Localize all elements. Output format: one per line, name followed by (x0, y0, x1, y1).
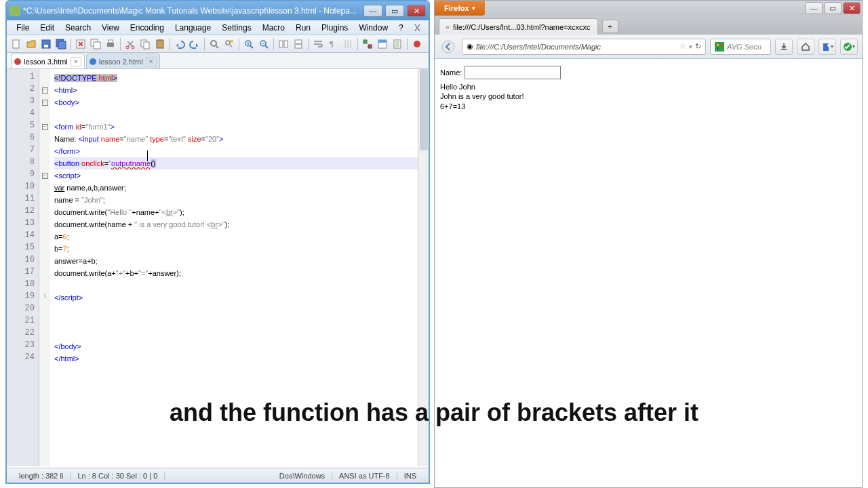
page-content: Name: Hello John John is a very good tut… (435, 59, 862, 118)
bookmarks-button[interactable]: ▾ (818, 39, 836, 55)
svg-rect-9 (108, 40, 113, 43)
ff-minimize-button[interactable]: — (805, 2, 823, 14)
firefox-toolbar: ◉ file:///C:/Users/Intel/Documents/Magic… (435, 35, 862, 59)
close-all-button[interactable] (89, 37, 102, 51)
save-all-button[interactable] (54, 37, 68, 51)
open-file-button[interactable] (24, 37, 38, 51)
avg-icon (715, 42, 724, 52)
zoom-in-button[interactable] (242, 37, 256, 51)
svg-rect-37 (823, 43, 829, 51)
text-cursor (147, 150, 148, 161)
chevron-down-icon: ▾ (472, 5, 475, 12)
browser-tab[interactable]: ▫ file:///C:/Users/Int...03.html?name=xc… (439, 18, 598, 35)
save-button[interactable] (39, 37, 53, 51)
copy-button[interactable] (138, 37, 152, 51)
back-button[interactable] (439, 37, 458, 56)
maximize-button[interactable]: ▭ (385, 5, 404, 17)
ff-maximize-button[interactable]: ▭ (824, 2, 842, 14)
url-text: file:///C:/Users/Intel/Documents/Magic (476, 43, 677, 51)
undo-button[interactable] (173, 37, 186, 51)
new-tab-button[interactable]: + (602, 20, 618, 33)
menubar: File Edit Search View Encoding Language … (7, 20, 429, 35)
print-button[interactable] (104, 37, 117, 51)
tab-close-2[interactable]: ✕ (146, 57, 157, 66)
svg-rect-27 (368, 45, 372, 48)
svg-rect-33 (715, 42, 724, 52)
menu-view[interactable]: View (96, 22, 125, 34)
firefox-titlebar[interactable]: Firefox ▾ — ▭ ✕ (435, 1, 862, 16)
status-encoding: ANSI as UTF-8 (332, 472, 397, 480)
close-button[interactable]: ✕ (407, 5, 426, 17)
menu-encoding[interactable]: Encoding (125, 22, 170, 34)
tab-strip: lesson 3.html ✕ lesson 2.html ✕ (7, 53, 429, 69)
toolbar: ¶ (7, 35, 429, 53)
show-all-chars-button[interactable]: ¶ (326, 37, 340, 51)
video-caption: and the function has a pair of brackets … (170, 399, 698, 427)
home-button[interactable] (797, 39, 814, 55)
record-macro-button[interactable] (410, 37, 424, 51)
statusbar: length : 382 li Ln : 8 Col : 30 Sel : 0 … (7, 468, 429, 483)
svg-text:¶: ¶ (330, 40, 334, 48)
doc-map-button[interactable] (376, 37, 389, 51)
function-list-button[interactable] (391, 37, 404, 51)
output-line-1: Hello John (440, 82, 856, 92)
file-tab-2[interactable]: lesson 2.html ✕ (86, 54, 160, 68)
svg-rect-4 (58, 41, 66, 49)
ff-close-button[interactable]: ✕ (843, 2, 861, 14)
firefox-menu-button[interactable]: Firefox ▾ (435, 1, 485, 16)
menu-settings[interactable]: Settings (216, 22, 256, 34)
svg-rect-13 (144, 42, 149, 49)
doc-close-x[interactable]: X (410, 22, 425, 33)
bookmark-star-icon[interactable]: ☆ (679, 42, 686, 51)
downloads-button[interactable] (775, 39, 793, 55)
name-input[interactable] (465, 66, 561, 79)
replace-button[interactable] (222, 37, 236, 51)
modified-indicator-icon (14, 58, 21, 65)
menu-help[interactable]: ? (393, 22, 409, 34)
svg-rect-8 (107, 43, 114, 47)
close-doc-button[interactable] (74, 37, 87, 51)
tab-label-1: lesson 3.html (24, 58, 68, 66)
svg-point-31 (414, 41, 420, 47)
tab-close-1[interactable]: ✕ (71, 57, 81, 66)
menu-window[interactable]: Window (353, 22, 393, 34)
saved-indicator-icon (90, 58, 96, 65)
window-title: *C:\Users\Intel\Documents\Magic Monk Tut… (23, 6, 361, 16)
svg-rect-35 (720, 44, 722, 46)
svg-rect-18 (230, 40, 233, 43)
sync-v-button[interactable] (277, 37, 290, 51)
notepad-titlebar[interactable]: *C:\Users\Intel\Documents\Magic Monk Tut… (7, 1, 429, 20)
wordwrap-button[interactable] (311, 37, 325, 51)
folding-button[interactable] (361, 37, 374, 51)
minimize-button[interactable]: — (363, 5, 382, 17)
url-bar[interactable]: ◉ file:///C:/Users/Intel/Documents/Magic… (462, 39, 706, 55)
menu-language[interactable]: Language (170, 22, 216, 34)
paste-button[interactable] (153, 37, 167, 51)
svg-rect-23 (295, 40, 302, 43)
cut-button[interactable] (123, 37, 137, 51)
output-line-2: John is a very good tutor! (440, 92, 856, 101)
new-file-button[interactable] (9, 37, 23, 51)
menu-edit[interactable]: Edit (35, 22, 60, 34)
tab-label-2: lesson 2.html (99, 58, 143, 66)
globe-icon: ◉ (467, 42, 473, 51)
zoom-out-button[interactable] (257, 37, 271, 51)
firefox-tab-bar: ▫ file:///C:/Users/Int...03.html?name=xc… (435, 16, 862, 35)
menu-plugins[interactable]: Plugins (316, 22, 353, 34)
find-button[interactable] (208, 37, 221, 51)
dropdown-icon[interactable]: ▾ (689, 43, 692, 50)
svg-rect-26 (363, 40, 367, 43)
redo-button[interactable] (188, 37, 201, 51)
menu-search[interactable]: Search (60, 22, 96, 34)
menu-macro[interactable]: Macro (257, 22, 290, 34)
file-tab-1[interactable]: lesson 3.html ✕ (11, 54, 85, 68)
menu-file[interactable]: File (11, 22, 35, 34)
indent-guide-button[interactable] (341, 37, 355, 51)
line-number-gutter: 1234 5678 9101112 13141516 17181920 2122… (7, 69, 39, 466)
menu-run[interactable]: Run (290, 22, 316, 34)
fold-column[interactable]: − − − − └ (39, 69, 50, 466)
avg-search-box[interactable]: AVG Secu (710, 39, 771, 55)
reload-icon[interactable]: ↻ (695, 42, 701, 51)
sync-h-button[interactable] (292, 37, 305, 51)
avg-dnt-button[interactable]: ▾ (840, 39, 858, 55)
